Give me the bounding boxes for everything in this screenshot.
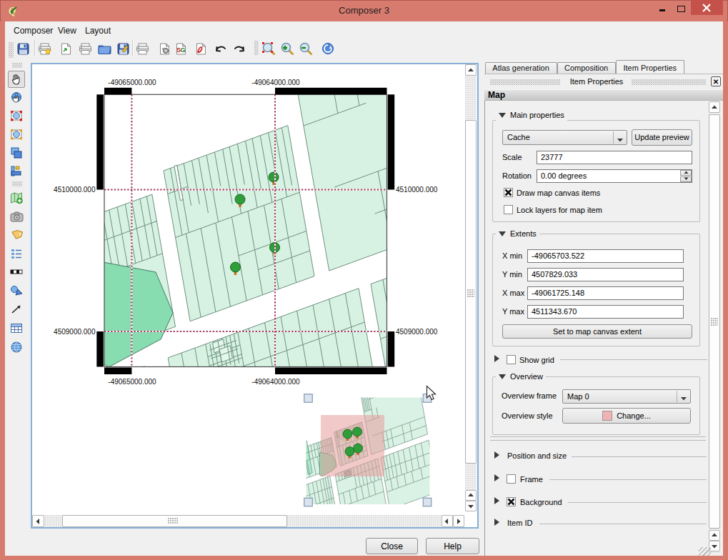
svg-text:4509000.000: 4509000.000	[54, 328, 96, 336]
svg-text:4509000.000: 4509000.000	[396, 328, 438, 336]
svg-text:G: G	[180, 46, 185, 54]
svg-text:4510000.000: 4510000.000	[54, 186, 96, 194]
svg-text:4510000.000: 4510000.000	[396, 186, 438, 194]
svg-text:-49064000.000: -49064000.000	[251, 378, 300, 386]
svg-text:-49065000.000: -49065000.000	[108, 378, 156, 386]
svg-text:-49064000.000: -49064000.000	[251, 79, 300, 86]
svg-text:-49065000.000: -49065000.000	[108, 79, 156, 86]
